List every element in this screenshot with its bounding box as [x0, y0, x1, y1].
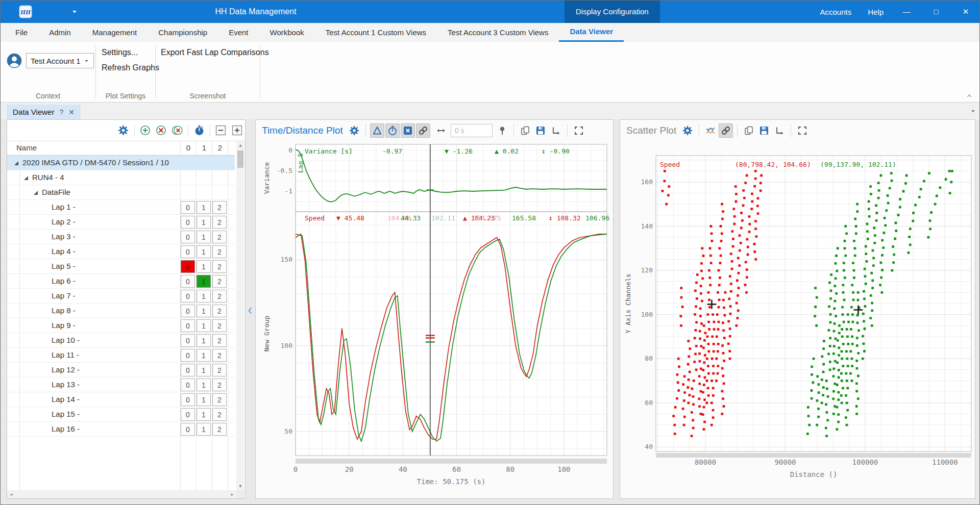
lap-cell[interactable]: 1: [197, 290, 211, 302]
ribbon-tab-test-account-3-custom-views[interactable]: Test Account 3 Custom Views: [437, 23, 559, 42]
export-fast-lap-comparisons-button[interactable]: Export Fast Lap Comparisons: [161, 48, 269, 57]
lap-cell[interactable]: 2: [212, 408, 227, 421]
tree-row-lap-15[interactable]: Lap 15 -012: [7, 407, 235, 422]
save-plot-icon[interactable]: [757, 123, 771, 138]
lap-cell[interactable]: 0: [181, 216, 195, 229]
lap-cell[interactable]: 2: [212, 423, 227, 436]
tab-overflow-caret-icon[interactable]: [970, 109, 976, 114]
pan-horizontal-icon[interactable]: [434, 123, 448, 138]
lap-cell[interactable]: 0: [181, 319, 195, 332]
lap-cell[interactable]: 1: [197, 364, 211, 376]
tab-data-viewer[interactable]: Data Viewer ? ✕: [7, 105, 81, 119]
lap-cell[interactable]: 0: [181, 260, 195, 273]
lap-cell[interactable]: 1: [197, 216, 211, 229]
pin-cursor-icon[interactable]: [495, 123, 509, 138]
ribbon-tab-championship[interactable]: Championship: [148, 23, 218, 42]
axes-settings-icon[interactable]: [549, 123, 563, 138]
lap-cell[interactable]: 1: [197, 245, 211, 258]
tree-row-lap-10[interactable]: Lap 10 -012: [7, 333, 235, 348]
lap-cell[interactable]: 2: [212, 319, 227, 332]
tree-row-lap-11[interactable]: Lap 11 -012: [7, 348, 235, 363]
lap-cell[interactable]: 2: [212, 349, 227, 362]
tree-row-lap-9[interactable]: Lap 9 -012: [7, 318, 235, 333]
scroll-right-arrow[interactable]: ▸: [228, 490, 236, 498]
collapse-all-icon[interactable]: [215, 124, 227, 137]
copy-plot-icon[interactable]: [518, 123, 532, 138]
remove-item-icon[interactable]: [155, 124, 167, 137]
tab-close-icon[interactable]: ✕: [68, 108, 75, 116]
fullscreen-icon[interactable]: [795, 123, 810, 138]
scroll-down-arrow[interactable]: ▼: [236, 482, 244, 490]
scrollbar-thumb[interactable]: [237, 150, 243, 168]
scroll-up-arrow[interactable]: ▲: [236, 141, 244, 149]
fullscreen-icon[interactable]: [572, 123, 586, 138]
lap-cell[interactable]: 1: [197, 378, 211, 391]
ribbon-tab-file[interactable]: File: [5, 23, 38, 42]
tree-horizontal-scrollbar[interactable]: ◂ ▸: [7, 490, 236, 498]
lap-cell[interactable]: 2: [212, 201, 227, 214]
lap-cell[interactable]: 1: [197, 334, 211, 347]
axes-settings-icon[interactable]: [772, 123, 787, 138]
lap-cell[interactable]: 0: [181, 393, 195, 406]
collapse-panel-chevron-icon[interactable]: [247, 304, 254, 317]
lap-cell[interactable]: 1: [197, 393, 211, 406]
accounts-menu[interactable]: Accounts: [812, 8, 860, 16]
account-selector[interactable]: Test Account 1: [26, 53, 94, 68]
lap-cell[interactable]: 2: [212, 305, 227, 317]
tree-expander-icon[interactable]: [14, 161, 18, 165]
tree-row-run4-4[interactable]: RUN4 - 4: [7, 170, 235, 185]
lap-cell[interactable]: 0: [181, 290, 195, 302]
remove-all-items-icon[interactable]: [172, 124, 184, 137]
settings-button[interactable]: Settings...: [102, 48, 138, 57]
ribbon-tab-test-account-1-custom-views[interactable]: Test Account 1 Custom Views: [315, 23, 437, 42]
ribbon-tab-data-viewer[interactable]: Data Viewer: [559, 23, 624, 42]
lap-cell[interactable]: 0: [181, 334, 195, 347]
lap-cell[interactable]: 1: [197, 349, 211, 362]
expand-all-icon[interactable]: [231, 124, 243, 137]
lap-cell[interactable]: 0: [181, 275, 195, 288]
lap-cell[interactable]: 1: [197, 231, 211, 243]
lap-cell[interactable]: 0: [181, 231, 195, 243]
tree-row-lap-1[interactable]: Lap 1 -012: [7, 200, 235, 215]
time-window-input[interactable]: [451, 124, 493, 137]
tree-row-datafile[interactable]: DataFile: [7, 185, 235, 200]
tree-row-lap-6[interactable]: Lap 6 -012: [7, 274, 235, 289]
lap-cell[interactable]: 2: [212, 260, 227, 273]
link-plots-toggle-icon[interactable]: [719, 123, 733, 138]
lap-cell[interactable]: 1: [197, 260, 211, 273]
tree-row-2020-imsa-gtd-dm-5470-session1-10[interactable]: 2020 IMSA GTD / DM-5470 / Session1 / 10: [7, 156, 235, 170]
lap-cell[interactable]: 2: [212, 245, 227, 258]
scroll-left-arrow[interactable]: ◂: [7, 490, 15, 498]
close-button[interactable]: ✕: [951, 1, 980, 23]
help-menu[interactable]: Help: [860, 8, 892, 16]
lap-cell[interactable]: 1: [197, 408, 211, 421]
tab-help-icon[interactable]: ?: [59, 108, 63, 116]
minimize-button[interactable]: —: [892, 1, 921, 23]
lap-cell[interactable]: 2: [212, 231, 227, 243]
copy-plot-icon[interactable]: [742, 123, 756, 138]
plot-settings-gear-icon[interactable]: [347, 123, 361, 138]
tree-row-lap-5[interactable]: Lap 5 -012: [7, 259, 235, 274]
tree-row-lap-8[interactable]: Lap 8 -012: [7, 304, 235, 318]
tree-expander-icon[interactable]: [34, 191, 38, 195]
lap-cell[interactable]: 0: [181, 423, 195, 436]
lap-cell[interactable]: 1: [197, 201, 211, 214]
app-logo-icon[interactable]: [19, 5, 32, 18]
tree-row-lap-12[interactable]: Lap 12 -012: [7, 363, 235, 377]
cursor-values-toggle-icon[interactable]: [401, 123, 415, 138]
collapse-ribbon-icon[interactable]: [965, 93, 973, 99]
ribbon-tab-event[interactable]: Event: [218, 23, 259, 42]
settings-gear-icon[interactable]: [117, 124, 130, 137]
stopwatch-toggle-icon[interactable]: [385, 123, 400, 138]
plot-settings-gear-icon[interactable]: [680, 123, 695, 138]
tree-row-lap-3[interactable]: Lap 3 -012: [7, 230, 235, 244]
lap-cell[interactable]: 0: [181, 201, 195, 214]
time-distance-plot-canvas[interactable]: 0-0.5-115010050020406080100Time: 50.175 …: [256, 141, 613, 495]
lap-cell[interactable]: 1: [197, 423, 211, 436]
ribbon-tab-management[interactable]: Management: [82, 23, 148, 42]
lap-cell[interactable]: 1: [197, 319, 211, 332]
tree-row-lap-7[interactable]: Lap 7 -012: [7, 289, 235, 304]
contextual-tab-display-configuration[interactable]: Display Configuration: [565, 1, 660, 23]
lap-cell[interactable]: 2: [212, 275, 227, 288]
lap-cell[interactable]: 2: [212, 364, 227, 376]
